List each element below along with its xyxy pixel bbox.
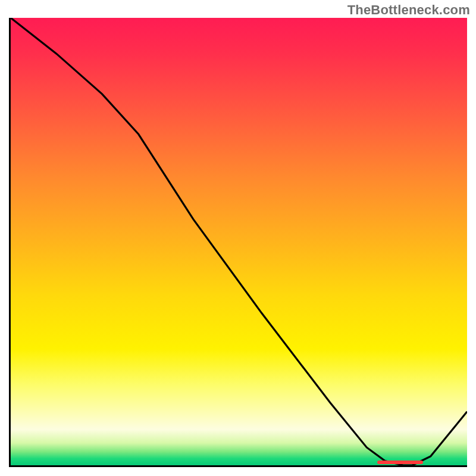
watermark-text: TheBottleneck.com (347, 2, 470, 18)
curve-layer (11, 18, 467, 465)
bottleneck-curve (11, 18, 467, 465)
chart-stage: TheBottleneck.com (0, 0, 476, 476)
optimal-zone-marker (377, 461, 423, 464)
plot-area (9, 18, 467, 467)
